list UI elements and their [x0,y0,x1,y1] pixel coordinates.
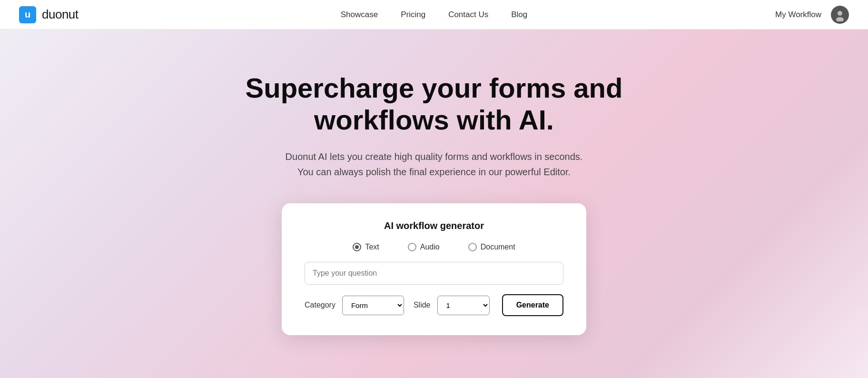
generate-button[interactable]: Generate [502,294,563,316]
hero-title: Supercharge your forms and workflows wit… [208,72,660,136]
radio-circle-text [353,243,361,251]
radio-option-document[interactable]: Document [468,243,515,251]
slide-label: Slide [414,301,431,309]
ai-workflow-card: AI workflow generator Text Audio Documen… [282,203,586,335]
category-select[interactable]: Form Survey Quiz [342,296,404,315]
nav-link-showcase[interactable]: Showcase [341,10,378,20]
nav-link-contact[interactable]: Contact Us [448,10,488,20]
radio-option-audio[interactable]: Audio [408,243,440,251]
radio-circle-document [468,243,477,251]
navbar-nav-links: Showcase Pricing Contact Us Blog [341,10,528,20]
radio-label-document: Document [481,243,515,251]
hero-section: Supercharge your forms and workflows wit… [0,30,868,378]
controls-row: Category Form Survey Quiz Slide 1 2 3 4 … [305,294,563,316]
card-title: AI workflow generator [305,220,563,231]
question-input[interactable] [305,262,563,285]
navbar-logo-area: u duonut [19,6,79,23]
radio-circle-audio [408,243,416,251]
my-workflow-link[interactable]: My Workflow [775,10,821,20]
navbar-right: My Workflow [775,6,849,24]
logo-icon[interactable]: u [19,6,36,23]
category-label: Category [305,301,335,309]
user-avatar[interactable] [831,6,849,24]
navbar: u duonut Showcase Pricing Contact Us Blo… [0,0,868,30]
radio-option-text[interactable]: Text [353,243,379,251]
input-type-radio-group: Text Audio Document [305,243,563,251]
radio-label-audio: Audio [420,243,440,251]
logo-text[interactable]: duonut [42,7,79,22]
slide-select[interactable]: 1 2 3 4 5 [437,296,490,315]
hero-subtitle: Duonut AI lets you create high quality f… [286,149,583,179]
nav-link-pricing[interactable]: Pricing [401,10,425,20]
nav-link-blog[interactable]: Blog [511,10,527,20]
radio-label-text: Text [365,243,379,251]
svg-point-1 [838,11,842,16]
